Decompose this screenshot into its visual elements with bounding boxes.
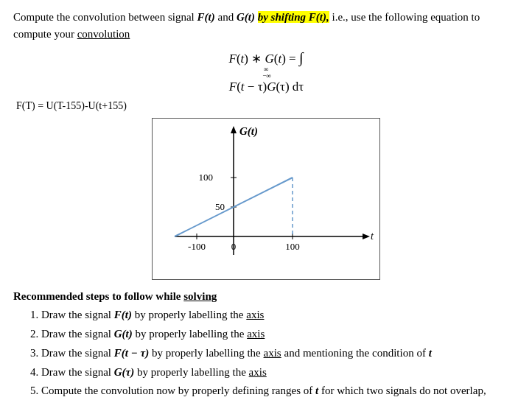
ft-def-text: F(T) = U(T-155)-U(t+155) bbox=[16, 100, 127, 111]
steps-title-part1: Recommended steps to follow while bbox=[13, 290, 183, 302]
intro-text-part1: Compute the convolution between signal bbox=[13, 11, 197, 23]
svg-marker-3 bbox=[363, 234, 370, 239]
graph-x-neg100: -100 bbox=[188, 241, 206, 252]
graph-container: G(t) t 100 50 -100 0 100 bbox=[13, 118, 519, 280]
list-item: Draw the signal F(t − τ) by properly lab… bbox=[41, 344, 519, 362]
ft-label: F(t) bbox=[197, 11, 215, 23]
graph-y100: 100 bbox=[199, 172, 214, 183]
steps-list: Draw the signal F(t) by properly labelli… bbox=[41, 306, 519, 400]
steps-title-underline: solving bbox=[183, 290, 217, 302]
eq-rhs: F(t − τ)G(τ) dτ bbox=[229, 80, 304, 94]
graph-box: G(t) t 100 50 -100 0 100 bbox=[152, 118, 380, 280]
list-item: Draw the signal G(τ) by properly labelli… bbox=[41, 363, 519, 382]
graph-y50: 50 bbox=[215, 201, 225, 212]
list-item: Draw the signal F(t) by properly labelli… bbox=[41, 306, 519, 324]
eq-integral: ∫ bbox=[299, 49, 303, 66]
graph-xlabel: t bbox=[371, 231, 374, 242]
steps-title: Recommended steps to follow while solvin… bbox=[13, 290, 519, 303]
graph-ylabel: G(t) bbox=[239, 125, 258, 138]
intro-text-part2: and bbox=[215, 11, 237, 23]
highlight-shift: by shifting F(t), bbox=[258, 11, 329, 23]
list-item: Compute the convolution now by properly … bbox=[41, 382, 519, 400]
svg-marker-1 bbox=[231, 126, 237, 133]
graph-svg: G(t) t 100 50 -100 0 100 bbox=[153, 119, 381, 281]
convolution-underline: convolution bbox=[77, 28, 130, 40]
steps-section: Recommended steps to follow while solvin… bbox=[13, 290, 519, 400]
graph-x100: 100 bbox=[285, 241, 300, 252]
ft-definition: F(T) = U(T-155)-U(t+155) bbox=[16, 100, 519, 112]
intro-text-part3-pre: by shifting F(t), bbox=[255, 11, 329, 23]
list-item: Draw the signal G(t) by properly labelli… bbox=[41, 325, 519, 343]
eq-limits: ∞−∞ bbox=[13, 66, 519, 80]
eq-lhs: F(t) ∗ G(t) = bbox=[229, 52, 299, 66]
intro-paragraph: Compute the convolution between signal F… bbox=[13, 9, 519, 42]
convolution-equation: F(t) ∗ G(t) = ∫ ∞−∞ F(t − τ)G(τ) dτ bbox=[13, 49, 519, 94]
gt-label: G(t) bbox=[237, 11, 255, 23]
graph-x0: 0 bbox=[231, 241, 237, 252]
